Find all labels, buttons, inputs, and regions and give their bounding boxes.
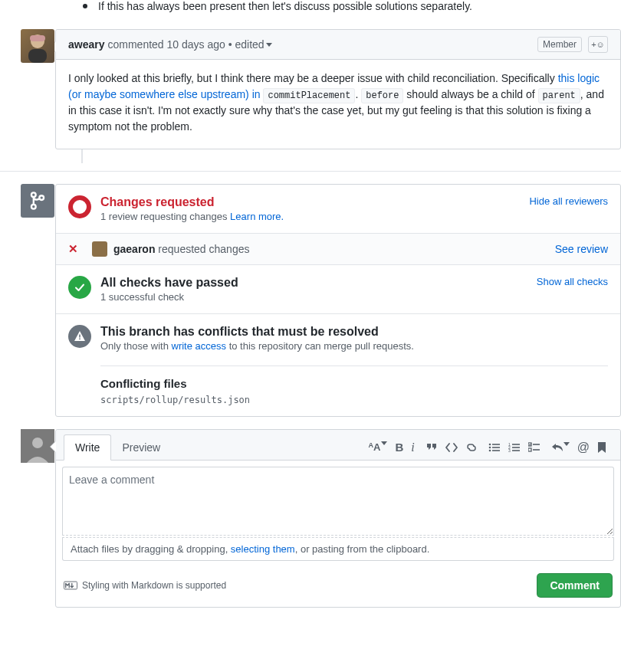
code-token: before xyxy=(361,88,403,103)
svg-point-14 xyxy=(488,449,491,451)
link-icon[interactable] xyxy=(465,441,478,454)
learn-more-link[interactable]: Learn more. xyxy=(230,211,284,222)
task-list-icon[interactable] xyxy=(528,442,540,453)
svg-point-9 xyxy=(32,438,43,448)
mention-icon[interactable]: @ xyxy=(577,441,590,454)
checks-title: All checks have passed xyxy=(100,276,537,290)
comment-card: aweary commented 10 days ago • edited Me… xyxy=(55,29,621,149)
comment-author[interactable]: aweary xyxy=(68,38,104,51)
conflict-sub: Only those with xyxy=(100,340,172,352)
comment-textarea[interactable] xyxy=(62,467,614,536)
changes-sub: 1 review requesting changes xyxy=(100,211,230,222)
bold-icon[interactable]: B xyxy=(395,441,403,454)
code-icon[interactable] xyxy=(445,442,458,453)
italic-icon[interactable]: i xyxy=(411,441,414,454)
svg-rect-1 xyxy=(28,49,47,63)
svg-rect-17 xyxy=(512,444,520,445)
bullet-dot-icon xyxy=(83,4,87,8)
code-token: commitPlacement xyxy=(263,88,355,103)
comment-text: should always be a child of xyxy=(403,88,537,100)
x-icon: ✕ xyxy=(68,242,78,256)
svg-rect-15 xyxy=(492,450,500,451)
quote-icon[interactable] xyxy=(426,441,438,454)
merge-status-box: Changes requested 1 review requesting ch… xyxy=(55,184,621,417)
svg-rect-11 xyxy=(492,444,500,445)
changes-requested-icon xyxy=(68,195,91,218)
conflict-sub: to this repository can merge pull reques… xyxy=(226,340,414,352)
selecting-them-link[interactable]: selecting them xyxy=(231,543,295,555)
warning-icon xyxy=(68,325,91,348)
tab-preview[interactable]: Preview xyxy=(111,435,171,460)
svg-rect-6 xyxy=(79,335,80,338)
see-review-link[interactable]: See review xyxy=(555,243,608,255)
svg-rect-13 xyxy=(492,447,500,448)
conflict-title: This branch has conflicts that must be r… xyxy=(100,325,608,339)
attach-hint[interactable]: Attach files by dragging & dropping, sel… xyxy=(62,537,614,561)
tab-write[interactable]: Write xyxy=(64,434,111,461)
write-access-link[interactable]: write access xyxy=(172,340,227,352)
svg-rect-21 xyxy=(512,450,520,451)
svg-rect-24 xyxy=(528,448,531,451)
heading-icon[interactable]: AA xyxy=(369,441,388,453)
reviewer-action: requested changes xyxy=(158,243,249,255)
edited-dropdown-icon[interactable] xyxy=(266,43,272,47)
svg-rect-25 xyxy=(533,449,540,451)
markdown-hint[interactable]: Styling with Markdown is supported xyxy=(64,580,226,591)
saved-replies-icon[interactable] xyxy=(597,441,606,454)
reviewer-name[interactable]: gaearon xyxy=(113,243,155,255)
comment-meta: commented 10 days ago • edited xyxy=(107,38,264,51)
add-reaction-button[interactable]: +☺ xyxy=(588,36,608,53)
compose-box: Write Preview AA B i xyxy=(55,429,621,608)
svg-text:3: 3 xyxy=(508,448,511,453)
check-icon xyxy=(68,276,91,299)
comment-body: I only looked at this briefly, but I thi… xyxy=(56,60,620,149)
ordered-list-icon[interactable]: 123 xyxy=(508,442,521,453)
show-checks-link[interactable]: Show all checks xyxy=(537,276,608,303)
svg-rect-2 xyxy=(30,35,45,41)
merge-icon xyxy=(21,184,54,218)
avatar[interactable] xyxy=(21,29,54,63)
svg-rect-19 xyxy=(512,447,520,448)
reply-icon[interactable] xyxy=(551,442,570,453)
checks-sub: 1 successful check xyxy=(100,291,537,303)
changes-requested-title: Changes requested xyxy=(100,195,529,209)
prev-comment-fragment: If this has always been present then let… xyxy=(98,0,472,12)
svg-rect-7 xyxy=(79,339,80,340)
unordered-list-icon[interactable] xyxy=(488,442,501,453)
comment-text: I only looked at this briefly, but I thi… xyxy=(68,72,558,84)
conflicting-file: scripts/rollup/results.json xyxy=(100,395,608,405)
role-badge: Member xyxy=(537,37,582,52)
comment-button[interactable]: Comment xyxy=(537,573,613,598)
reviewer-avatar[interactable] xyxy=(92,241,107,257)
reviewer-row: ✕ gaearon requested changes See review xyxy=(56,234,620,265)
svg-point-12 xyxy=(488,446,491,448)
conflicting-files-title: Conflicting files xyxy=(100,377,608,390)
svg-point-10 xyxy=(488,443,491,445)
svg-rect-23 xyxy=(533,444,540,445)
comment-header: aweary commented 10 days ago • edited Me… xyxy=(56,30,620,60)
hide-reviewers-link[interactable]: Hide all reviewers xyxy=(529,195,608,222)
code-token: parent xyxy=(538,88,580,103)
